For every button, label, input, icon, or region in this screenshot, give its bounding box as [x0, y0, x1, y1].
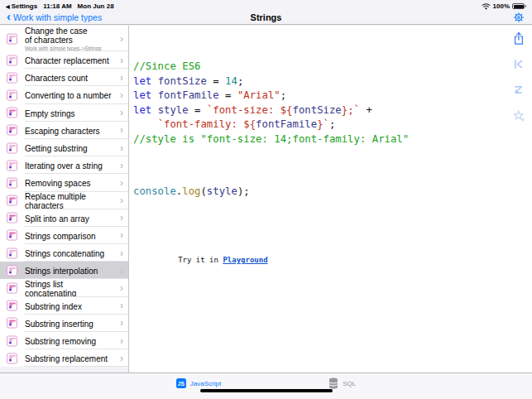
code-line: let fontFamile = "Arial"; — [133, 89, 532, 103]
tab-sql[interactable]: SQL — [328, 377, 356, 389]
code-line: //style is "font-size: 14;font-family: A… — [133, 132, 532, 147]
try-it-prefix: Try it in — [178, 256, 223, 264]
battery-percent: 100% — [493, 2, 510, 10]
gear-icon[interactable] — [513, 12, 525, 26]
chevron-right-icon: › — [120, 178, 123, 188]
sidebar-item[interactable]: Iterating over a string › — [0, 156, 128, 174]
sidebar-item[interactable]: Characters count › — [0, 69, 128, 86]
share-icon[interactable] — [511, 31, 525, 46]
sidebar-item[interactable]: Substring replacement › — [0, 349, 128, 367]
sidebar-item-label: Empty strings — [25, 109, 117, 118]
try-it-line: Try it in Playground — [133, 239, 532, 283]
sidebar-item[interactable]: Getting substring › — [0, 139, 128, 156]
main-area: Change the case of characters Work with … — [0, 26, 532, 373]
back-to-app-triangle-icon: ◀ — [6, 4, 10, 9]
snippet-icon — [7, 142, 17, 153]
code-line: let fontSize = 14; — [133, 75, 532, 89]
snippet-icon — [7, 160, 17, 171]
battery-icon — [512, 3, 526, 9]
snippet-icon — [7, 195, 17, 206]
sidebar-item-label: Split into an array — [25, 214, 117, 224]
tab-javascript-label: JavaScript — [190, 380, 221, 387]
sidebar-item-label: Replace multiple characters — [25, 192, 117, 210]
sidebar-item-label: Substring removing — [25, 337, 117, 346]
chevron-right-icon: › — [120, 195, 123, 205]
chevron-right-icon: › — [120, 143, 123, 153]
chevron-right-icon: › — [120, 55, 123, 65]
sidebar-item[interactable]: Converting to a number › — [0, 86, 128, 103]
favorite-add-icon[interactable] — [511, 108, 525, 123]
chevron-right-icon: › — [120, 336, 123, 346]
tab-sql-label: SQL — [343, 380, 356, 387]
snippet-icon — [7, 108, 17, 118]
sidebar-item-label: Strings comparison — [25, 232, 117, 241]
content-toolbar — [511, 31, 525, 123]
sidebar-item[interactable]: Replace multiple characters › — [0, 192, 128, 209]
status-date: Mon Jun 28 — [78, 2, 114, 10]
nav-bar: ‹ Work with simple types Strings — [0, 11, 532, 25]
chevron-right-icon: › — [120, 90, 123, 100]
sidebar-item-label: Converting to a number — [25, 91, 117, 100]
sidebar-item-label: Escaping characters — [25, 127, 117, 136]
sidebar-item[interactable]: Substring index › — [0, 297, 128, 315]
snippet-icon — [7, 177, 17, 188]
chevron-right-icon: › — [120, 108, 123, 118]
sidebar-item-label: Strings list concatenating — [25, 280, 117, 298]
chevron-right-icon: › — [120, 213, 123, 223]
sidebar-item[interactable]: Escaping characters › — [0, 122, 128, 139]
code-line: `font-family: ${fontFamile}`; — [133, 118, 532, 132]
sidebar-item[interactable]: Strings interpolation › — [0, 262, 128, 279]
chevron-right-icon: › — [120, 248, 123, 258]
home-indicator[interactable] — [200, 389, 333, 393]
code-line: let style = `font-size: ${fontSize};` + — [133, 103, 532, 118]
sidebar-item[interactable]: Substring removing › — [0, 332, 128, 349]
sidebar-list: Change the case of characters Work with … — [0, 26, 128, 367]
sidebar-item-label: Strings interpolation — [25, 267, 117, 276]
snippet-icon — [7, 318, 17, 329]
sidebar-item[interactable]: Removing spaces › — [0, 174, 128, 191]
sidebar-item[interactable]: Change the case of characters Work with … — [0, 26, 128, 51]
sidebar-item-label: Removing spaces — [25, 179, 117, 188]
sidebar-item-label: Substring inserting — [25, 320, 117, 329]
snippet-icon — [7, 72, 17, 83]
chevron-right-icon: › — [120, 300, 123, 310]
chevron-right-icon: › — [120, 318, 123, 328]
playground-link[interactable]: Playground — [223, 256, 267, 264]
snippet-icon — [7, 300, 17, 311]
code-line: //Since ES6 — [133, 60, 532, 75]
sidebar-item[interactable]: Empty strings › — [0, 104, 128, 122]
sidebar-item[interactable]: Character replacement › — [0, 51, 128, 69]
sidebar-item[interactable]: Strings concatenating › — [0, 244, 128, 262]
app-screen: ◀ Settings 11:18 AM Mon Jun 28 100% ‹ W — [0, 0, 532, 399]
chevron-right-icon: › — [120, 283, 123, 293]
z-arrow-icon[interactable] — [511, 83, 525, 97]
tab-bar: JS JavaScript SQL — [0, 373, 532, 399]
code-snippet: //Since ES6let fontSize = 14;let fontFam… — [133, 60, 532, 147]
sidebar-item[interactable]: Split into an array › — [0, 209, 128, 227]
sidebar-item-label: Characters count — [25, 74, 117, 83]
sidebar-item[interactable]: Strings list concatenating › — [0, 279, 128, 296]
content-pane: //Since ES6let fontSize = 14;let fontFam… — [129, 26, 532, 373]
snippet-icon — [7, 33, 17, 44]
snippet-icon — [7, 335, 17, 346]
snippet-icon — [7, 89, 17, 100]
status-time: 11:18 AM — [43, 2, 71, 10]
snippet-icon — [7, 283, 17, 294]
sidebar-item-label: Substring index — [25, 302, 117, 311]
chevron-right-icon: › — [120, 266, 123, 276]
snippet-icon — [7, 265, 17, 276]
sidebar-item[interactable]: Strings comparison › — [0, 227, 128, 244]
wifi-icon — [482, 2, 491, 10]
database-icon — [328, 377, 338, 389]
status-bar: ◀ Settings 11:18 AM Mon Jun 28 100% — [0, 0, 532, 11]
chevron-right-icon: › — [120, 230, 123, 240]
chevron-right-icon: › — [120, 125, 123, 135]
snippet-icon — [7, 213, 17, 224]
back-to-app-label: Settings — [12, 2, 38, 10]
code-block: //Since ES6let fontSize = 14;let fontFam… — [129, 26, 532, 311]
sidebar-item[interactable]: Substring inserting › — [0, 315, 128, 332]
skip-to-start-icon[interactable] — [511, 57, 525, 71]
tab-javascript[interactable]: JS JavaScript — [176, 377, 221, 389]
snippet-icon — [7, 248, 17, 258]
chevron-right-icon: › — [120, 73, 123, 83]
